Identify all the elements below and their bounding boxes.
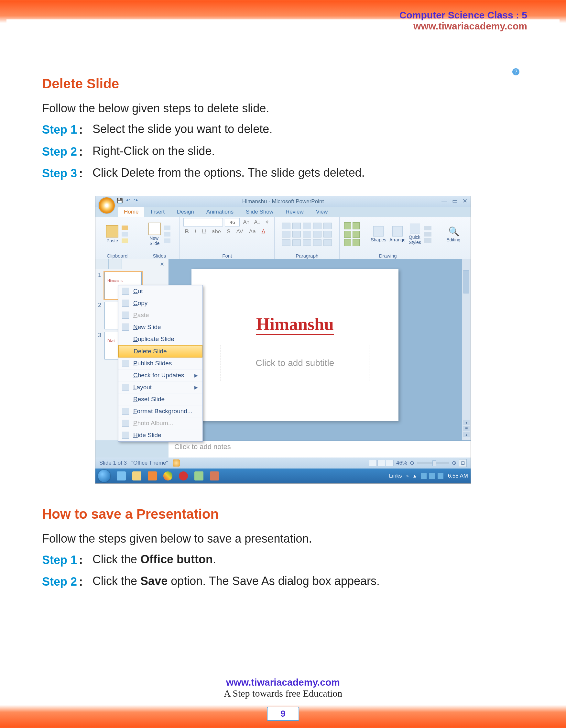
strike-icon[interactable]: abe <box>211 228 222 235</box>
scrollbar-thumb[interactable] <box>463 270 469 293</box>
slides-tab[interactable] <box>95 259 109 269</box>
outline-tab[interactable] <box>109 259 122 269</box>
reset-icon[interactable] <box>164 232 171 237</box>
align-right-icon[interactable] <box>313 231 321 237</box>
shrink-font-icon[interactable]: A↓ <box>253 219 262 226</box>
slide-canvas[interactable]: Himanshu Click to add subtitle <box>192 269 398 421</box>
notes-pane[interactable]: Click to add notes <box>169 440 471 458</box>
copy-icon[interactable] <box>122 232 128 237</box>
paste-button[interactable]: Paste <box>106 225 118 243</box>
ribbon-tab-design[interactable]: Design <box>171 207 200 217</box>
menu-item-delete-slide[interactable]: Delete Slide <box>118 345 203 358</box>
editing-button[interactable]: 🔍Editing <box>447 226 461 242</box>
smartart-icon[interactable] <box>303 239 311 246</box>
menu-item-new-slide[interactable]: New Slide <box>118 321 203 333</box>
grow-font-icon[interactable]: A↑ <box>242 219 251 226</box>
zoom-in-icon[interactable]: ⊕ <box>452 459 456 466</box>
help-icon[interactable]: ? <box>512 68 519 75</box>
normal-view-icon[interactable] <box>369 460 377 466</box>
new-slide-button[interactable]: New Slide <box>149 223 161 246</box>
direction-icon[interactable] <box>323 223 332 229</box>
vertical-scrollbar[interactable]: ⬥ ≡ ⬥ <box>462 259 471 440</box>
para-icon[interactable] <box>313 239 321 246</box>
underline-icon[interactable]: U <box>201 228 207 235</box>
maximize-icon[interactable]: ▭ <box>452 197 458 204</box>
justify-icon[interactable] <box>292 239 301 246</box>
indent-dec-icon[interactable] <box>303 223 311 229</box>
start-button[interactable] <box>98 470 110 482</box>
menu-item-reset-slide[interactable]: Reset Slide <box>118 393 203 405</box>
explorer-icon[interactable] <box>132 471 141 480</box>
ribbon-tab-insert[interactable]: Insert <box>145 207 171 217</box>
font-name-combo[interactable] <box>183 218 223 226</box>
shape-fill-icon[interactable] <box>424 226 431 230</box>
ribbon-tab-view[interactable]: View <box>310 207 334 217</box>
chevron-icon[interactable]: » <box>406 473 408 478</box>
bold-icon[interactable]: B <box>183 228 190 235</box>
case-icon[interactable]: Aa <box>248 228 257 235</box>
volume-icon[interactable] <box>438 473 443 479</box>
close-icon[interactable]: ✕ <box>462 197 467 204</box>
numbering-icon[interactable] <box>292 223 301 229</box>
subtitle-placeholder[interactable]: Click to add subtitle <box>221 345 369 381</box>
format-painter-icon[interactable] <box>122 238 128 243</box>
align-center-icon[interactable] <box>303 231 311 237</box>
minimize-icon[interactable]: — <box>441 197 447 204</box>
menu-item-cut[interactable]: Cut <box>118 285 203 297</box>
shapes-button[interactable]: Shapes <box>371 226 386 242</box>
indent-inc-icon[interactable] <box>313 223 321 229</box>
chrome-icon[interactable] <box>163 471 172 480</box>
align-icon[interactable] <box>282 239 290 246</box>
app-icon[interactable] <box>210 471 219 480</box>
zoom-handle[interactable] <box>432 460 436 466</box>
font-size-combo[interactable]: 46 <box>225 218 240 226</box>
ribbon-tab-animations[interactable]: Animations <box>201 207 239 217</box>
shape-outline-icon[interactable] <box>424 232 431 237</box>
redo-icon[interactable]: ↷ <box>134 197 138 204</box>
tray-expand-icon[interactable]: ▴ <box>413 472 416 479</box>
sorter-view-icon[interactable] <box>377 460 385 466</box>
office-button[interactable] <box>98 197 116 214</box>
menu-item-layout[interactable]: Layout▶ <box>118 381 203 393</box>
menu-item-copy[interactable]: Copy <box>118 297 203 309</box>
para-icon2[interactable] <box>323 239 332 246</box>
slideshow-view-icon[interactable] <box>386 460 394 466</box>
panel-close-icon[interactable]: × <box>156 259 169 269</box>
messenger-icon[interactable] <box>194 471 204 480</box>
italic-icon[interactable]: I <box>194 228 198 235</box>
spellcheck-icon[interactable] <box>173 459 180 467</box>
undo-icon[interactable]: ↶ <box>126 197 130 204</box>
columns-icon[interactable] <box>323 231 332 237</box>
fit-window-icon[interactable]: ⊡ <box>459 459 467 467</box>
clear-fmt-icon[interactable]: ✧ <box>264 219 271 226</box>
delete-icon[interactable] <box>164 238 171 243</box>
spacing-icon[interactable]: AV <box>235 228 244 235</box>
cut-icon[interactable] <box>122 226 128 230</box>
menu-item-duplicate-slide[interactable]: Duplicate Slide <box>118 333 203 345</box>
clock[interactable]: 6:58 AM <box>448 473 468 479</box>
menu-item-format-background-[interactable]: Format Background... <box>118 405 203 417</box>
menu-item-publish-slides[interactable]: Publish Slides <box>118 358 203 370</box>
ribbon-tab-home[interactable]: Home <box>118 207 144 217</box>
ie-icon[interactable] <box>117 471 126 480</box>
links-label[interactable]: Links <box>389 473 402 479</box>
prev-slide-icon[interactable]: ⬥ <box>463 420 470 425</box>
ribbon-tab-slide-show[interactable]: Slide Show <box>240 207 279 217</box>
shadow-icon[interactable]: S <box>226 228 232 235</box>
save-icon[interactable]: 💾 <box>117 197 123 204</box>
align-left-icon[interactable] <box>292 231 301 237</box>
shape-effects-icon[interactable] <box>424 238 431 243</box>
tray-icon-1[interactable] <box>421 473 427 479</box>
media-player-icon[interactable] <box>148 471 157 480</box>
arrange-button[interactable]: Arrange <box>389 226 405 242</box>
font-color-icon[interactable]: A <box>261 228 267 235</box>
menu-item-check-for-updates[interactable]: Check for Updates▶ <box>118 370 203 381</box>
layout-icon[interactable] <box>164 226 171 230</box>
bullets-icon[interactable] <box>282 223 290 229</box>
slide-title-text[interactable]: Himanshu <box>256 314 334 335</box>
next-slide-icon[interactable]: ⬥ <box>463 432 470 437</box>
zoom-slider[interactable] <box>417 462 449 464</box>
quick-styles-button[interactable]: Quick Styles <box>409 224 421 245</box>
opera-icon[interactable] <box>179 471 188 480</box>
quick-access-toolbar[interactable]: 💾 ↶ ↷ <box>117 197 138 204</box>
